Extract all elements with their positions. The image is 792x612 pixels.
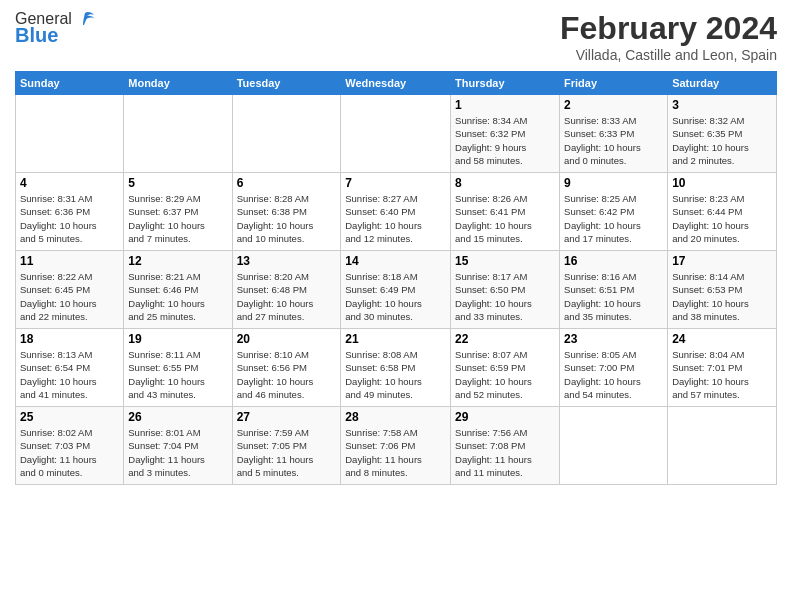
calendar-cell: 9Sunrise: 8:25 AM Sunset: 6:42 PM Daylig… — [560, 173, 668, 251]
week-row-5: 25Sunrise: 8:02 AM Sunset: 7:03 PM Dayli… — [16, 407, 777, 485]
column-headers: SundayMondayTuesdayWednesdayThursdayFrid… — [16, 72, 777, 95]
day-number: 10 — [672, 176, 772, 190]
calendar-cell: 19Sunrise: 8:11 AM Sunset: 6:55 PM Dayli… — [124, 329, 232, 407]
day-number: 26 — [128, 410, 227, 424]
day-number: 16 — [564, 254, 663, 268]
calendar-cell: 16Sunrise: 8:16 AM Sunset: 6:51 PM Dayli… — [560, 251, 668, 329]
calendar-cell: 13Sunrise: 8:20 AM Sunset: 6:48 PM Dayli… — [232, 251, 341, 329]
day-number: 13 — [237, 254, 337, 268]
day-info: Sunrise: 8:33 AM Sunset: 6:33 PM Dayligh… — [564, 114, 663, 167]
col-header-saturday: Saturday — [668, 72, 777, 95]
day-info: Sunrise: 8:10 AM Sunset: 6:56 PM Dayligh… — [237, 348, 337, 401]
header: General Blue February 2024 Villada, Cast… — [15, 10, 777, 63]
day-number: 1 — [455, 98, 555, 112]
calendar-cell — [560, 407, 668, 485]
day-info: Sunrise: 8:31 AM Sunset: 6:36 PM Dayligh… — [20, 192, 119, 245]
day-number: 27 — [237, 410, 337, 424]
calendar-cell: 12Sunrise: 8:21 AM Sunset: 6:46 PM Dayli… — [124, 251, 232, 329]
calendar-cell: 21Sunrise: 8:08 AM Sunset: 6:58 PM Dayli… — [341, 329, 451, 407]
calendar-cell: 22Sunrise: 8:07 AM Sunset: 6:59 PM Dayli… — [451, 329, 560, 407]
day-info: Sunrise: 8:08 AM Sunset: 6:58 PM Dayligh… — [345, 348, 446, 401]
day-info: Sunrise: 8:17 AM Sunset: 6:50 PM Dayligh… — [455, 270, 555, 323]
col-header-wednesday: Wednesday — [341, 72, 451, 95]
day-info: Sunrise: 8:27 AM Sunset: 6:40 PM Dayligh… — [345, 192, 446, 245]
day-info: Sunrise: 8:13 AM Sunset: 6:54 PM Dayligh… — [20, 348, 119, 401]
day-number: 20 — [237, 332, 337, 346]
day-info: Sunrise: 7:59 AM Sunset: 7:05 PM Dayligh… — [237, 426, 337, 479]
calendar-cell: 8Sunrise: 8:26 AM Sunset: 6:41 PM Daylig… — [451, 173, 560, 251]
logo-blue: Blue — [15, 24, 58, 47]
calendar-cell: 14Sunrise: 8:18 AM Sunset: 6:49 PM Dayli… — [341, 251, 451, 329]
calendar-cell: 29Sunrise: 7:56 AM Sunset: 7:08 PM Dayli… — [451, 407, 560, 485]
day-info: Sunrise: 8:22 AM Sunset: 6:45 PM Dayligh… — [20, 270, 119, 323]
calendar-cell: 20Sunrise: 8:10 AM Sunset: 6:56 PM Dayli… — [232, 329, 341, 407]
calendar-cell: 25Sunrise: 8:02 AM Sunset: 7:03 PM Dayli… — [16, 407, 124, 485]
day-number: 21 — [345, 332, 446, 346]
day-number: 2 — [564, 98, 663, 112]
day-number: 25 — [20, 410, 119, 424]
day-number: 8 — [455, 176, 555, 190]
col-header-friday: Friday — [560, 72, 668, 95]
day-number: 11 — [20, 254, 119, 268]
day-number: 15 — [455, 254, 555, 268]
day-info: Sunrise: 8:04 AM Sunset: 7:01 PM Dayligh… — [672, 348, 772, 401]
day-info: Sunrise: 8:23 AM Sunset: 6:44 PM Dayligh… — [672, 192, 772, 245]
day-number: 12 — [128, 254, 227, 268]
calendar-cell: 28Sunrise: 7:58 AM Sunset: 7:06 PM Dayli… — [341, 407, 451, 485]
calendar-cell: 17Sunrise: 8:14 AM Sunset: 6:53 PM Dayli… — [668, 251, 777, 329]
calendar-cell: 27Sunrise: 7:59 AM Sunset: 7:05 PM Dayli… — [232, 407, 341, 485]
calendar-cell — [16, 95, 124, 173]
day-number: 3 — [672, 98, 772, 112]
day-number: 19 — [128, 332, 227, 346]
col-header-tuesday: Tuesday — [232, 72, 341, 95]
day-info: Sunrise: 8:29 AM Sunset: 6:37 PM Dayligh… — [128, 192, 227, 245]
day-info: Sunrise: 8:28 AM Sunset: 6:38 PM Dayligh… — [237, 192, 337, 245]
calendar-cell: 24Sunrise: 8:04 AM Sunset: 7:01 PM Dayli… — [668, 329, 777, 407]
day-number: 24 — [672, 332, 772, 346]
day-info: Sunrise: 8:05 AM Sunset: 7:00 PM Dayligh… — [564, 348, 663, 401]
calendar-cell: 7Sunrise: 8:27 AM Sunset: 6:40 PM Daylig… — [341, 173, 451, 251]
day-info: Sunrise: 8:01 AM Sunset: 7:04 PM Dayligh… — [128, 426, 227, 479]
day-info: Sunrise: 8:16 AM Sunset: 6:51 PM Dayligh… — [564, 270, 663, 323]
day-info: Sunrise: 8:18 AM Sunset: 6:49 PM Dayligh… — [345, 270, 446, 323]
week-row-4: 18Sunrise: 8:13 AM Sunset: 6:54 PM Dayli… — [16, 329, 777, 407]
day-info: Sunrise: 8:25 AM Sunset: 6:42 PM Dayligh… — [564, 192, 663, 245]
day-info: Sunrise: 8:21 AM Sunset: 6:46 PM Dayligh… — [128, 270, 227, 323]
calendar-cell: 4Sunrise: 8:31 AM Sunset: 6:36 PM Daylig… — [16, 173, 124, 251]
day-number: 6 — [237, 176, 337, 190]
day-number: 17 — [672, 254, 772, 268]
day-info: Sunrise: 8:02 AM Sunset: 7:03 PM Dayligh… — [20, 426, 119, 479]
day-info: Sunrise: 8:20 AM Sunset: 6:48 PM Dayligh… — [237, 270, 337, 323]
logo-bird-icon — [74, 11, 96, 27]
calendar-cell: 18Sunrise: 8:13 AM Sunset: 6:54 PM Dayli… — [16, 329, 124, 407]
day-info: Sunrise: 7:58 AM Sunset: 7:06 PM Dayligh… — [345, 426, 446, 479]
day-number: 23 — [564, 332, 663, 346]
col-header-monday: Monday — [124, 72, 232, 95]
calendar-cell: 26Sunrise: 8:01 AM Sunset: 7:04 PM Dayli… — [124, 407, 232, 485]
calendar-cell: 15Sunrise: 8:17 AM Sunset: 6:50 PM Dayli… — [451, 251, 560, 329]
day-info: Sunrise: 8:11 AM Sunset: 6:55 PM Dayligh… — [128, 348, 227, 401]
day-info: Sunrise: 8:32 AM Sunset: 6:35 PM Dayligh… — [672, 114, 772, 167]
title-area: February 2024 Villada, Castille and Leon… — [560, 10, 777, 63]
day-number: 9 — [564, 176, 663, 190]
calendar-cell — [668, 407, 777, 485]
calendar-cell: 1Sunrise: 8:34 AM Sunset: 6:32 PM Daylig… — [451, 95, 560, 173]
day-number: 22 — [455, 332, 555, 346]
week-row-3: 11Sunrise: 8:22 AM Sunset: 6:45 PM Dayli… — [16, 251, 777, 329]
calendar-table: SundayMondayTuesdayWednesdayThursdayFrid… — [15, 71, 777, 485]
calendar-cell — [232, 95, 341, 173]
day-number: 29 — [455, 410, 555, 424]
calendar-cell: 23Sunrise: 8:05 AM Sunset: 7:00 PM Dayli… — [560, 329, 668, 407]
calendar-cell: 2Sunrise: 8:33 AM Sunset: 6:33 PM Daylig… — [560, 95, 668, 173]
week-row-1: 1Sunrise: 8:34 AM Sunset: 6:32 PM Daylig… — [16, 95, 777, 173]
calendar-cell: 3Sunrise: 8:32 AM Sunset: 6:35 PM Daylig… — [668, 95, 777, 173]
day-info: Sunrise: 7:56 AM Sunset: 7:08 PM Dayligh… — [455, 426, 555, 479]
day-number: 5 — [128, 176, 227, 190]
logo: General Blue — [15, 10, 96, 47]
calendar-cell — [341, 95, 451, 173]
col-header-thursday: Thursday — [451, 72, 560, 95]
day-number: 28 — [345, 410, 446, 424]
month-title: February 2024 — [560, 10, 777, 47]
day-info: Sunrise: 8:14 AM Sunset: 6:53 PM Dayligh… — [672, 270, 772, 323]
day-number: 4 — [20, 176, 119, 190]
